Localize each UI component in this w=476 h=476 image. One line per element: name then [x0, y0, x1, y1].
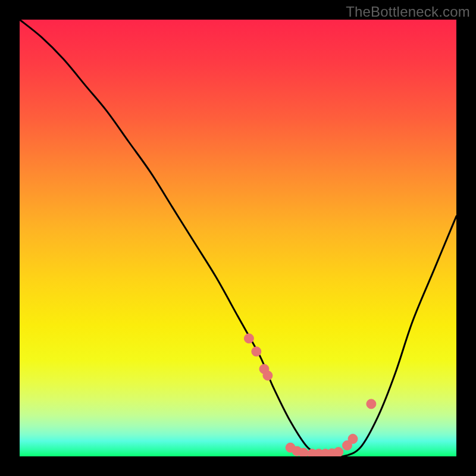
highlight-points-group	[244, 334, 376, 456]
highlight-point	[367, 399, 376, 409]
highlight-point	[263, 371, 273, 380]
highlight-point	[299, 448, 308, 456]
bottleneck-curve	[20, 20, 456, 456]
highlight-point	[252, 347, 261, 356]
plot-area	[20, 20, 456, 456]
chart-stage: TheBottleneck.com	[0, 0, 476, 476]
watermark-text: TheBottleneck.com	[346, 4, 470, 20]
highlight-point	[334, 447, 343, 456]
curve-layer	[20, 20, 456, 456]
highlight-point	[244, 334, 253, 343]
highlight-point	[348, 434, 358, 444]
